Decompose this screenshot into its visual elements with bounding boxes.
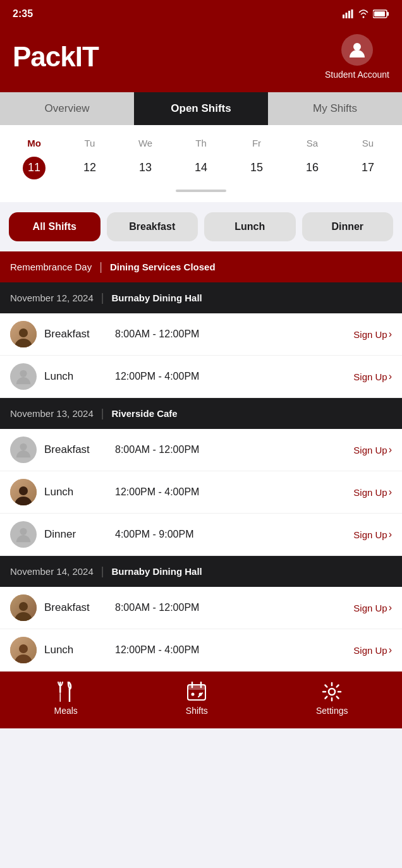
shift-row: Lunch 12:00PM - 4:00PM Sign Up › bbox=[0, 471, 402, 514]
day-label-sa[interactable]: Sa bbox=[284, 135, 340, 151]
person-icon bbox=[348, 40, 367, 59]
shift-row: Breakfast 8:00AM - 12:00PM Sign Up › bbox=[0, 313, 402, 356]
shift-meal-label: Breakfast bbox=[44, 601, 107, 614]
holiday-banner: Remembrance Day | Dining Services Closed bbox=[0, 251, 402, 282]
sign-up-button[interactable]: Sign Up › bbox=[353, 602, 392, 613]
avatar-silhouette bbox=[13, 326, 34, 347]
shift-time-label: 4:00PM - 9:00PM bbox=[115, 529, 346, 540]
section-date-nov14: November 14, 2024 bbox=[10, 566, 94, 577]
svg-rect-3 bbox=[351, 9, 353, 18]
chevron-right-icon: › bbox=[389, 329, 392, 340]
battery-icon bbox=[373, 9, 389, 18]
day-label-tu[interactable]: Tu bbox=[62, 135, 118, 151]
svg-point-21 bbox=[192, 693, 195, 696]
filter-all-shifts[interactable]: All Shifts bbox=[9, 212, 100, 241]
shift-meal-label: Lunch bbox=[44, 486, 107, 498]
date-12[interactable]: 12 bbox=[62, 157, 118, 178]
avatar bbox=[10, 321, 37, 347]
svg-point-13 bbox=[19, 602, 28, 611]
date-15[interactable]: 15 bbox=[229, 157, 284, 178]
filter-breakfast[interactable]: Breakfast bbox=[107, 212, 198, 241]
avatar bbox=[10, 363, 37, 390]
status-icons bbox=[343, 9, 389, 18]
avatar-silhouette bbox=[13, 600, 34, 621]
section-venue-nov13: Riverside Cafe bbox=[111, 408, 177, 419]
sign-up-button[interactable]: Sign Up › bbox=[353, 529, 392, 540]
nav-item-settings[interactable]: Settings bbox=[316, 682, 348, 716]
nav-label-shifts: Shifts bbox=[186, 706, 208, 716]
gear-icon bbox=[322, 682, 342, 702]
bottom-navigation: Meals Shifts Settings bbox=[0, 672, 402, 728]
date-16[interactable]: 16 bbox=[284, 157, 340, 178]
chevron-right-icon: › bbox=[389, 371, 392, 382]
holiday-divider-icon: | bbox=[99, 260, 102, 274]
date-17[interactable]: 17 bbox=[340, 157, 396, 178]
sign-up-button[interactable]: Sign Up › bbox=[353, 329, 392, 340]
section-venue-nov14: Burnaby Dining Hall bbox=[111, 566, 202, 577]
svg-point-12 bbox=[20, 528, 27, 535]
shift-row: Breakfast 8:00AM - 12:00PM Sign Up › bbox=[0, 429, 402, 471]
chevron-right-icon: › bbox=[389, 444, 392, 455]
holiday-name: Remembrance Day bbox=[10, 262, 92, 272]
calendar-dates: 11 12 13 14 15 16 17 bbox=[6, 157, 396, 178]
section-divider-3: | bbox=[101, 565, 104, 578]
date-14[interactable]: 14 bbox=[173, 157, 229, 178]
svg-point-10 bbox=[20, 443, 27, 450]
sign-up-button[interactable]: Sign Up › bbox=[353, 644, 392, 656]
section-divider-2: | bbox=[101, 407, 104, 420]
svg-point-8 bbox=[19, 329, 28, 337]
svg-point-14 bbox=[19, 644, 28, 653]
sign-up-button[interactable]: Sign Up › bbox=[353, 486, 392, 498]
date-11[interactable]: 11 bbox=[6, 157, 62, 178]
section-date-nov12: November 12, 2024 bbox=[10, 292, 94, 303]
status-time: 2:35 bbox=[13, 8, 33, 20]
avatar-default-icon bbox=[15, 526, 32, 543]
svg-point-11 bbox=[19, 486, 28, 495]
avatar-silhouette bbox=[13, 484, 34, 505]
avatar-default-icon bbox=[15, 368, 32, 385]
day-label-th[interactable]: Th bbox=[173, 135, 229, 151]
account-label: Student Account bbox=[325, 69, 389, 80]
calendar: Mo Tu We Th Fr Sa Su 11 12 13 14 15 16 1… bbox=[0, 125, 402, 202]
filter-bar: All Shifts Breakfast Lunch Dinner bbox=[0, 202, 402, 251]
nav-item-meals[interactable]: Meals bbox=[54, 682, 78, 716]
meals-icon bbox=[56, 682, 76, 702]
avatar bbox=[10, 637, 37, 663]
svg-rect-2 bbox=[348, 11, 350, 18]
svg-rect-18 bbox=[188, 685, 205, 690]
sign-up-button[interactable]: Sign Up › bbox=[353, 371, 392, 382]
tab-my-shifts[interactable]: My Shifts bbox=[268, 92, 402, 125]
account-button[interactable]: Student Account bbox=[325, 34, 389, 80]
day-label-mo[interactable]: Mo bbox=[6, 135, 62, 151]
date-13[interactable]: 13 bbox=[118, 157, 173, 178]
svg-rect-6 bbox=[374, 11, 385, 16]
svg-rect-0 bbox=[343, 15, 344, 18]
day-label-su[interactable]: Su bbox=[340, 135, 396, 151]
filter-lunch[interactable]: Lunch bbox=[204, 212, 296, 241]
status-bar: 2:35 bbox=[0, 0, 402, 28]
nav-item-shifts[interactable]: Shifts bbox=[186, 682, 208, 716]
day-label-fr[interactable]: Fr bbox=[229, 135, 284, 151]
tab-open-shifts[interactable]: Open Shifts bbox=[134, 92, 268, 125]
chevron-right-icon: › bbox=[389, 602, 392, 613]
shifts-icon bbox=[186, 682, 207, 702]
svg-point-23 bbox=[329, 689, 335, 695]
shift-time-label: 8:00AM - 12:00PM bbox=[115, 444, 346, 455]
sign-up-button[interactable]: Sign Up › bbox=[353, 444, 392, 455]
app-logo: PackIT bbox=[13, 41, 99, 73]
scroll-indicator bbox=[6, 178, 396, 197]
section-header-nov14: November 14, 2024 | Burnaby Dining Hall bbox=[0, 556, 402, 587]
tab-bar: Overview Open Shifts My Shifts bbox=[0, 92, 402, 125]
tab-overview[interactable]: Overview bbox=[0, 92, 134, 125]
svg-rect-5 bbox=[387, 12, 389, 16]
day-label-we[interactable]: We bbox=[118, 135, 173, 151]
shift-time-label: 12:00PM - 4:00PM bbox=[115, 371, 346, 382]
section-header-nov13: November 13, 2024 | Riverside Cafe bbox=[0, 398, 402, 429]
filter-dinner[interactable]: Dinner bbox=[302, 212, 394, 241]
shift-row: Lunch 12:00PM - 4:00PM Sign Up › bbox=[0, 356, 402, 398]
shift-row: Lunch 12:00PM - 4:00PM Sign Up › bbox=[0, 629, 402, 672]
shift-row: Breakfast 8:00AM - 12:00PM Sign Up › bbox=[0, 587, 402, 629]
settings-icon bbox=[322, 682, 342, 702]
fork-knife-icon bbox=[57, 682, 75, 702]
section-header-nov12: November 12, 2024 | Burnaby Dining Hall bbox=[0, 282, 402, 313]
